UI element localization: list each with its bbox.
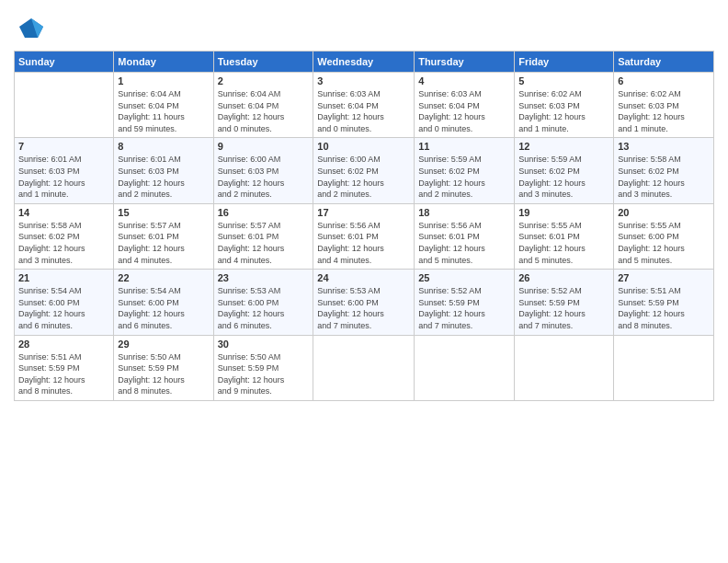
day-number: 28 [18, 339, 109, 350]
day-info: Sunrise: 5:55 AM Sunset: 6:01 PM Dayligh… [518, 220, 609, 266]
header [14, 14, 714, 41]
day-info: Sunrise: 5:56 AM Sunset: 6:01 PM Dayligh… [418, 220, 510, 266]
calendar-cell: 11Sunrise: 5:59 AM Sunset: 6:02 PM Dayli… [415, 138, 515, 203]
day-info: Sunrise: 5:50 AM Sunset: 5:59 PM Dayligh… [118, 351, 209, 397]
day-info: Sunrise: 5:58 AM Sunset: 6:02 PM Dayligh… [618, 154, 710, 200]
calendar-week-1: 7Sunrise: 6:01 AM Sunset: 6:03 PM Daylig… [15, 138, 714, 203]
logo [14, 14, 45, 41]
calendar-cell: 10Sunrise: 6:00 AM Sunset: 6:02 PM Dayli… [313, 138, 415, 203]
calendar-cell: 19Sunrise: 5:55 AM Sunset: 6:01 PM Dayli… [515, 203, 614, 269]
calendar-week-2: 14Sunrise: 5:58 AM Sunset: 6:02 PM Dayli… [15, 203, 714, 269]
day-info: Sunrise: 5:55 AM Sunset: 6:00 PM Dayligh… [618, 220, 710, 266]
day-info: Sunrise: 5:57 AM Sunset: 6:01 PM Dayligh… [118, 220, 209, 266]
calendar-cell [313, 335, 415, 400]
calendar-cell: 14Sunrise: 5:58 AM Sunset: 6:02 PM Dayli… [15, 203, 114, 269]
day-info: Sunrise: 5:50 AM Sunset: 5:59 PM Dayligh… [218, 351, 310, 397]
calendar-cell: 29Sunrise: 5:50 AM Sunset: 5:59 PM Dayli… [114, 335, 213, 400]
day-info: Sunrise: 6:02 AM Sunset: 6:03 PM Dayligh… [618, 88, 710, 134]
calendar-cell [415, 335, 515, 400]
day-info: Sunrise: 5:57 AM Sunset: 6:01 PM Dayligh… [218, 220, 310, 266]
calendar-header-thursday: Thursday [415, 52, 515, 73]
day-info: Sunrise: 6:02 AM Sunset: 6:03 PM Dayligh… [518, 88, 609, 134]
day-number: 7 [18, 141, 109, 152]
day-info: Sunrise: 6:01 AM Sunset: 6:03 PM Dayligh… [118, 154, 209, 200]
calendar-cell: 13Sunrise: 5:58 AM Sunset: 6:02 PM Dayli… [614, 138, 714, 203]
day-number: 24 [317, 272, 410, 283]
calendar-cell: 24Sunrise: 5:53 AM Sunset: 6:00 PM Dayli… [313, 270, 415, 335]
day-number: 25 [418, 272, 510, 283]
day-info: Sunrise: 5:52 AM Sunset: 5:59 PM Dayligh… [418, 285, 510, 331]
day-number: 18 [418, 207, 510, 218]
calendar-cell: 16Sunrise: 5:57 AM Sunset: 6:01 PM Dayli… [213, 203, 313, 269]
calendar-cell [515, 335, 614, 400]
day-number: 17 [317, 207, 410, 218]
calendar-cell: 30Sunrise: 5:50 AM Sunset: 5:59 PM Dayli… [213, 335, 313, 400]
day-info: Sunrise: 6:04 AM Sunset: 6:04 PM Dayligh… [118, 88, 209, 134]
calendar-cell [614, 335, 714, 400]
calendar-cell: 15Sunrise: 5:57 AM Sunset: 6:01 PM Dayli… [114, 203, 213, 269]
calendar-week-4: 28Sunrise: 5:51 AM Sunset: 5:59 PM Dayli… [15, 335, 714, 400]
day-number: 30 [218, 339, 310, 350]
day-number: 14 [18, 207, 109, 218]
calendar-header-row: SundayMondayTuesdayWednesdayThursdayFrid… [15, 52, 714, 73]
day-number: 5 [518, 75, 609, 86]
day-number: 22 [118, 272, 209, 283]
calendar-cell: 28Sunrise: 5:51 AM Sunset: 5:59 PM Dayli… [15, 335, 114, 400]
day-number: 9 [218, 141, 310, 152]
calendar-week-3: 21Sunrise: 5:54 AM Sunset: 6:00 PM Dayli… [15, 270, 714, 335]
calendar-cell: 18Sunrise: 5:56 AM Sunset: 6:01 PM Dayli… [415, 203, 515, 269]
calendar-cell: 6Sunrise: 6:02 AM Sunset: 6:03 PM Daylig… [614, 73, 714, 138]
calendar-cell: 8Sunrise: 6:01 AM Sunset: 6:03 PM Daylig… [114, 138, 213, 203]
day-number: 4 [418, 75, 510, 86]
day-number: 21 [18, 272, 109, 283]
calendar-week-0: 1Sunrise: 6:04 AM Sunset: 6:04 PM Daylig… [15, 73, 714, 138]
calendar-cell: 2Sunrise: 6:04 AM Sunset: 6:04 PM Daylig… [213, 73, 313, 138]
calendar-cell: 5Sunrise: 6:02 AM Sunset: 6:03 PM Daylig… [515, 73, 614, 138]
calendar-cell: 26Sunrise: 5:52 AM Sunset: 5:59 PM Dayli… [515, 270, 614, 335]
calendar-header-friday: Friday [515, 52, 614, 73]
day-number: 1 [118, 75, 209, 86]
day-info: Sunrise: 5:59 AM Sunset: 6:02 PM Dayligh… [518, 154, 609, 200]
calendar-cell: 4Sunrise: 6:03 AM Sunset: 6:04 PM Daylig… [415, 73, 515, 138]
day-info: Sunrise: 5:52 AM Sunset: 5:59 PM Dayligh… [518, 285, 609, 331]
day-number: 10 [317, 141, 410, 152]
day-number: 3 [317, 75, 410, 86]
calendar-cell: 27Sunrise: 5:51 AM Sunset: 5:59 PM Dayli… [614, 270, 714, 335]
calendar-header-saturday: Saturday [614, 52, 714, 73]
day-number: 19 [518, 207, 609, 218]
calendar-cell: 21Sunrise: 5:54 AM Sunset: 6:00 PM Dayli… [15, 270, 114, 335]
day-number: 11 [418, 141, 510, 152]
day-info: Sunrise: 5:53 AM Sunset: 6:00 PM Dayligh… [218, 285, 310, 331]
calendar-cell: 1Sunrise: 6:04 AM Sunset: 6:04 PM Daylig… [114, 73, 213, 138]
day-number: 6 [618, 75, 710, 86]
day-number: 13 [618, 141, 710, 152]
calendar-table: SundayMondayTuesdayWednesdayThursdayFrid… [14, 51, 714, 401]
calendar-header-tuesday: Tuesday [213, 52, 313, 73]
day-info: Sunrise: 5:56 AM Sunset: 6:01 PM Dayligh… [317, 220, 410, 266]
day-number: 20 [618, 207, 710, 218]
day-info: Sunrise: 5:53 AM Sunset: 6:00 PM Dayligh… [317, 285, 410, 331]
calendar-cell: 22Sunrise: 5:54 AM Sunset: 6:00 PM Dayli… [114, 270, 213, 335]
day-info: Sunrise: 6:03 AM Sunset: 6:04 PM Dayligh… [418, 88, 510, 134]
calendar-cell: 7Sunrise: 6:01 AM Sunset: 6:03 PM Daylig… [15, 138, 114, 203]
day-info: Sunrise: 5:51 AM Sunset: 5:59 PM Dayligh… [618, 285, 710, 331]
calendar-cell: 9Sunrise: 6:00 AM Sunset: 6:03 PM Daylig… [213, 138, 313, 203]
calendar-header-sunday: Sunday [15, 52, 114, 73]
day-number: 29 [118, 339, 209, 350]
day-number: 16 [218, 207, 310, 218]
day-info: Sunrise: 5:59 AM Sunset: 6:02 PM Dayligh… [418, 154, 510, 200]
calendar-cell: 20Sunrise: 5:55 AM Sunset: 6:00 PM Dayli… [614, 203, 714, 269]
calendar-cell: 12Sunrise: 5:59 AM Sunset: 6:02 PM Dayli… [515, 138, 614, 203]
day-info: Sunrise: 5:58 AM Sunset: 6:02 PM Dayligh… [18, 220, 109, 266]
day-info: Sunrise: 5:51 AM Sunset: 5:59 PM Dayligh… [18, 351, 109, 397]
day-info: Sunrise: 5:54 AM Sunset: 6:00 PM Dayligh… [18, 285, 109, 331]
calendar-cell: 17Sunrise: 5:56 AM Sunset: 6:01 PM Dayli… [313, 203, 415, 269]
logo-icon [17, 14, 45, 41]
calendar-cell: 25Sunrise: 5:52 AM Sunset: 5:59 PM Dayli… [415, 270, 515, 335]
day-info: Sunrise: 6:00 AM Sunset: 6:03 PM Dayligh… [218, 154, 310, 200]
day-number: 8 [118, 141, 209, 152]
calendar-cell [15, 73, 114, 138]
calendar-cell: 3Sunrise: 6:03 AM Sunset: 6:04 PM Daylig… [313, 73, 415, 138]
day-number: 23 [218, 272, 310, 283]
day-number: 27 [618, 272, 710, 283]
